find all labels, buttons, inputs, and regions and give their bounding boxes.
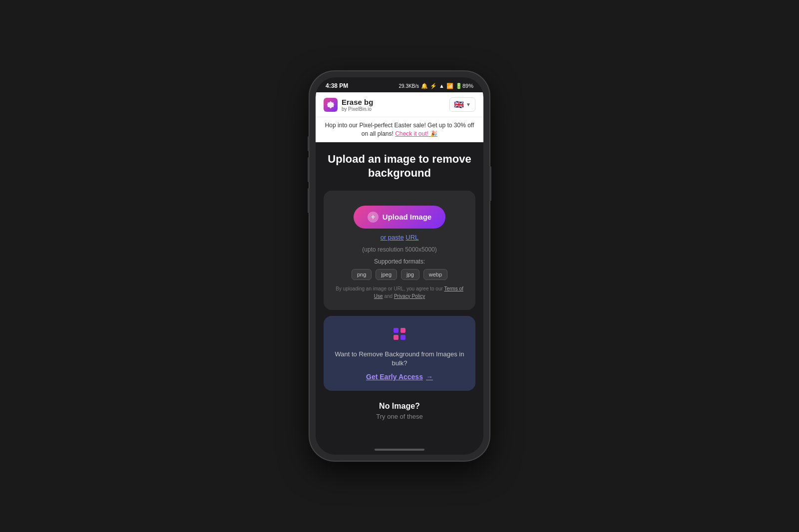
paste-url-area: or paste URL	[381, 234, 419, 241]
terms-text: By uploading an image or URL, you agree …	[334, 285, 465, 300]
flag-icon: 🇬🇧	[454, 100, 464, 109]
volume-down-button	[308, 188, 310, 213]
bulk-card: Want to Remove Background from Images in…	[324, 316, 475, 391]
svg-rect-2	[394, 335, 399, 340]
no-image-section: No Image? Try one of these	[324, 397, 475, 425]
battery-icon: 🔋89%	[455, 83, 473, 89]
status-icons: 29.3KB/s 🔔 ⚡ ▲ 📶 🔋89%	[399, 83, 473, 89]
svg-rect-0	[394, 328, 399, 333]
format-badges: png jpeg jpg webp	[334, 269, 465, 280]
bulk-text: Want to Remove Background from Images in…	[334, 350, 465, 368]
paste-label: or paste	[381, 234, 404, 241]
formats-section: Supported formats: png jpeg jpg webp	[334, 258, 465, 280]
format-jpeg: jpeg	[376, 269, 397, 280]
upload-button-label: Upload Image	[383, 213, 431, 221]
page-title: Upload an image to remove background	[324, 152, 475, 181]
arrow-right-icon: →	[426, 373, 433, 381]
wifi-icon: 📶	[446, 83, 453, 89]
phone-device: 4:38 PM 29.3KB/s 🔔 ⚡ ▲ 📶 🔋89%	[310, 71, 489, 461]
format-png: png	[352, 269, 372, 280]
status-time: 4:38 PM	[326, 82, 348, 89]
volume-up-button	[308, 157, 310, 182]
chevron-down-icon: ▼	[466, 102, 471, 107]
terms-prefix: By uploading an image or URL, you agree …	[336, 286, 443, 291]
main-content: Upload an image to remove background + U…	[316, 142, 483, 445]
early-access-button[interactable]: Get Early Access →	[366, 373, 433, 381]
logo-area: Erase bg by PixelBin.io	[324, 98, 373, 112]
signal-bars: ▲	[439, 83, 444, 89]
logo-text: Erase bg by PixelBin.io	[342, 98, 373, 112]
promo-link[interactable]: Check it out! 🎉	[395, 130, 437, 137]
format-jpg: jpg	[401, 269, 419, 280]
data-speed: 29.3KB/s	[399, 83, 419, 89]
upload-image-button[interactable]: + Upload Image	[354, 206, 445, 229]
early-access-label: Get Early Access	[366, 373, 423, 381]
and-text: and	[384, 293, 393, 299]
promo-banner: Hop into our Pixel-perfect Easter sale! …	[316, 117, 483, 142]
resolution-text: (upto resolution 5000x5000)	[362, 246, 436, 253]
svg-rect-1	[400, 328, 405, 333]
power-button	[489, 166, 491, 201]
bluetooth-icon: ⚡	[430, 83, 437, 89]
app-name: Erase bg	[342, 98, 373, 106]
url-link[interactable]: URL	[405, 234, 418, 241]
app-header: Erase bg by PixelBin.io 🇬🇧 ▼	[316, 92, 483, 117]
plus-icon: +	[368, 212, 379, 223]
formats-label: Supported formats:	[334, 258, 465, 265]
format-webp: webp	[423, 269, 447, 280]
home-bar	[375, 449, 424, 451]
language-selector[interactable]: 🇬🇧 ▼	[449, 97, 475, 112]
try-text: Try one of these	[324, 413, 475, 420]
no-image-title: No Image?	[324, 402, 475, 411]
svg-rect-3	[400, 335, 405, 340]
upload-card: + Upload Image or paste URL (upto resolu…	[324, 191, 475, 310]
home-indicator	[316, 445, 483, 455]
privacy-policy-link[interactable]: Privacy Policy	[394, 293, 425, 299]
app-logo-icon	[324, 98, 338, 112]
phone-screen: 4:38 PM 29.3KB/s 🔔 ⚡ ▲ 📶 🔋89%	[316, 77, 483, 455]
mute-button	[308, 136, 310, 151]
status-bar: 4:38 PM 29.3KB/s 🔔 ⚡ ▲ 📶 🔋89%	[316, 77, 483, 92]
notification-icon: 🔔	[421, 83, 428, 89]
app-subtitle: by PixelBin.io	[342, 106, 373, 112]
bulk-icon	[392, 326, 407, 345]
